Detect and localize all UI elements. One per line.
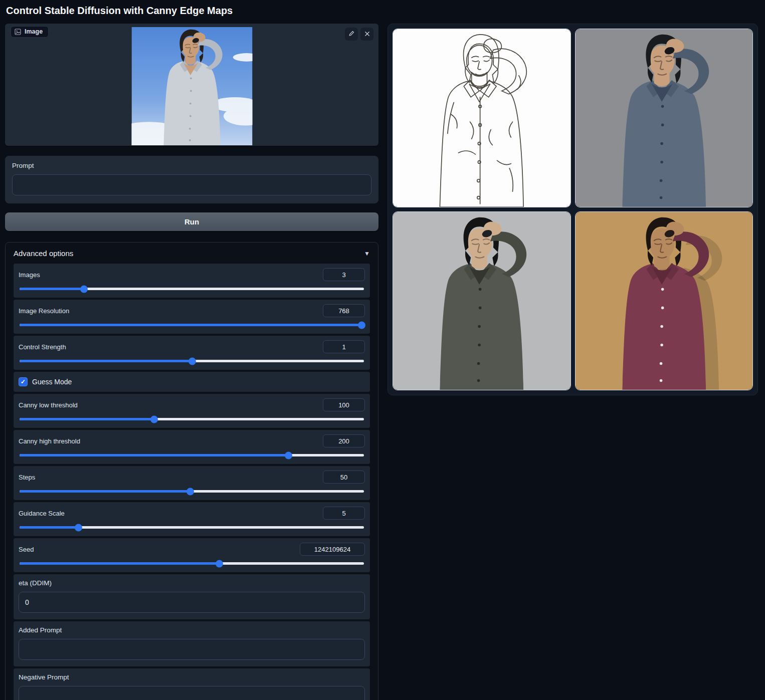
guess-mode-label: Guess Mode	[32, 378, 72, 386]
seed-slider[interactable]	[20, 562, 364, 565]
prompt-input[interactable]	[12, 174, 371, 195]
steps-slider[interactable]	[20, 490, 364, 493]
seed-label: Seed	[19, 546, 34, 553]
image-label: Image	[11, 26, 49, 38]
images-value-input[interactable]	[323, 268, 365, 281]
generated-image-1	[576, 29, 753, 207]
seed-value-input[interactable]	[300, 543, 365, 556]
canny-low-threshold-slider-fill	[20, 418, 154, 420]
canny-high-threshold-slider[interactable]	[20, 454, 364, 456]
prompt-label: Prompt	[12, 162, 371, 169]
edit-image-button[interactable]	[345, 28, 358, 41]
image-resolution-slider-fill	[20, 324, 361, 326]
negative-prompt-control: Negative Prompt	[14, 668, 370, 700]
canny-low-threshold-value-input[interactable]	[323, 398, 365, 411]
main-layout: Image	[5, 24, 758, 700]
guidance-scale-control: Guidance Scale	[14, 502, 370, 536]
canny-high-threshold-label: Canny high threshold	[19, 437, 80, 445]
negative-prompt-label: Negative Prompt	[19, 673, 365, 681]
page-title: Control Stable Diffusion with Canny Edge…	[6, 5, 758, 17]
canny-edge-image	[393, 29, 570, 207]
images-slider[interactable]	[20, 288, 364, 290]
added-prompt-control: Added Prompt	[14, 621, 370, 666]
steps-value-input[interactable]	[323, 471, 365, 484]
canny-low-threshold-slider[interactable]	[20, 418, 364, 420]
gallery-item-result-2[interactable]	[393, 211, 571, 390]
guidance-scale-slider[interactable]	[20, 526, 364, 529]
added-prompt-label: Added Prompt	[19, 626, 365, 634]
generated-image-3	[576, 212, 753, 390]
gallery-item-result-3[interactable]	[575, 211, 753, 390]
steps-control: Steps	[14, 466, 370, 500]
negative-prompt-input[interactable]	[19, 686, 365, 700]
control-strength-slider-fill	[20, 360, 192, 362]
images-label: Images	[19, 271, 40, 279]
advanced-options-body: Images Image Resolution	[6, 264, 378, 700]
image-label-text: Image	[25, 28, 43, 35]
input-image-panel: Image	[5, 24, 378, 146]
image-resolution-control: Image Resolution	[14, 300, 370, 334]
output-gallery	[388, 24, 758, 395]
steps-slider-fill	[20, 490, 190, 493]
guess-mode-control: ✓ Guess Mode	[14, 372, 370, 392]
control-strength-value-input[interactable]	[323, 340, 365, 353]
advanced-options-header[interactable]: Advanced options ▼	[6, 243, 378, 264]
guidance-scale-value-input[interactable]	[323, 507, 365, 520]
check-icon: ✓	[21, 379, 26, 385]
results-column	[388, 24, 758, 395]
advanced-options-title: Advanced options	[14, 249, 73, 258]
eta-input[interactable]	[19, 592, 365, 613]
generated-image-2	[393, 212, 570, 390]
image-resolution-slider[interactable]	[20, 324, 364, 326]
canny-high-threshold-control: Canny high threshold	[14, 430, 370, 464]
gallery-item-result-1[interactable]	[575, 29, 753, 207]
gallery-item-canny[interactable]	[393, 29, 571, 207]
image-resolution-label: Image Resolution	[19, 307, 69, 315]
guidance-scale-slider-fill	[20, 526, 78, 529]
added-prompt-input[interactable]	[19, 639, 365, 660]
input-image-picture	[131, 27, 252, 145]
pencil-icon	[348, 31, 354, 38]
prompt-panel: Prompt	[5, 156, 378, 203]
canny-high-threshold-value-input[interactable]	[323, 434, 365, 447]
control-strength-control: Control Strength	[14, 336, 370, 370]
guess-mode-checkbox[interactable]: ✓	[19, 377, 28, 386]
images-slider-fill	[20, 288, 84, 290]
canny-low-threshold-label: Canny low threshold	[19, 401, 78, 409]
image-icon	[15, 29, 21, 35]
canny-low-threshold-control: Canny low threshold	[14, 394, 370, 428]
control-strength-slider[interactable]	[20, 360, 364, 362]
eta-control: eta (DDIM)	[14, 574, 370, 619]
canny-high-threshold-slider-fill	[20, 454, 288, 456]
clear-image-button[interactable]	[360, 28, 373, 41]
seed-slider-fill	[20, 562, 219, 565]
run-button[interactable]: Run	[5, 212, 378, 231]
chevron-down-icon: ▼	[364, 250, 370, 257]
advanced-options-accordion: Advanced options ▼ Images Image Resoluti…	[5, 242, 378, 700]
image-actions	[345, 28, 373, 41]
x-icon	[364, 31, 370, 38]
steps-label: Steps	[19, 474, 35, 481]
eta-label: eta (DDIM)	[19, 579, 365, 587]
controls-column: Image	[5, 24, 378, 700]
guidance-scale-label: Guidance Scale	[19, 510, 65, 517]
seed-control: Seed	[14, 538, 370, 572]
control-strength-label: Control Strength	[19, 343, 66, 351]
image-resolution-value-input[interactable]	[323, 304, 365, 317]
images-control: Images	[14, 264, 370, 298]
input-image[interactable]	[131, 27, 252, 145]
